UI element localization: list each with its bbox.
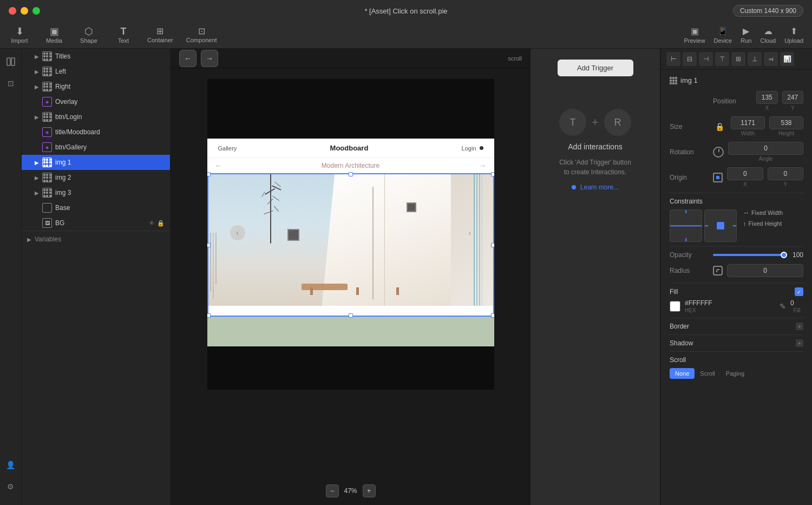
layer-base[interactable]: ▶ Base [22,200,170,215]
layer-img2[interactable]: ▶ img 2 [22,170,170,185]
zoom-out-button[interactable]: − [325,484,338,497]
maximize-button[interactable] [32,7,40,15]
run-button[interactable]: ▶ Run [741,26,751,44]
layer-titles[interactable]: ▶ Titles [22,49,170,64]
layer-bg[interactable]: ▶ 🖼 BG 👁 🔒 [22,215,170,231]
opacity-slider[interactable] [713,254,784,256]
rotation-label: Rotation [670,148,713,156]
panel-toggle-button[interactable] [3,54,18,69]
fill-opacity-value: 0 [790,299,803,307]
pos-x-input[interactable] [756,91,778,104]
container-button[interactable]: ⊞ Container [147,27,173,43]
interaction-desc: Click 'Add Trigger' button to create Int… [559,158,631,177]
fill-checkbox[interactable]: ✓ [795,287,803,296]
scroll-label: Scroll [670,356,686,364]
pos-y-input[interactable] [782,91,804,104]
expand-arrow: ▶ [35,54,42,60]
align-icon-6[interactable]: ⊥ [748,52,762,66]
minimize-button[interactable] [21,7,28,15]
layer-left[interactable]: ▶ Left [22,64,170,79]
layer-img1[interactable]: ▶ img 1 [22,155,170,170]
opacity-control: 100 [713,251,803,259]
user-button[interactable]: 👤 [3,457,18,473]
fill-row: #FFFFFF HEX ✎ 0 Fill [670,299,803,313]
canvas-viewport[interactable]: Gallery Moodboard Login ← Modern Ar [171,68,531,505]
origin-x-input[interactable] [727,167,763,180]
arrow-right[interactable]: → [479,161,486,170]
cloud-button[interactable]: ☁ Cloud [760,26,776,44]
device-label: Device [714,37,732,44]
align-icon-5[interactable]: ⊞ [731,52,745,66]
login-link[interactable]: Login [462,145,476,152]
layer-img2-name: img 2 [55,174,165,181]
component-icon: ⊡ [198,27,205,36]
component-button[interactable]: ⊡ Component [186,27,217,43]
constraint-tick-top [685,210,686,213]
cloud-label: Cloud [760,37,776,44]
shape-button[interactable]: ⬡ Shape [78,27,100,44]
layer-title-moodboard[interactable]: ▶ ◈ title/Moodboard [22,124,170,140]
layer-title-moodboard-name: title/Moodboard [55,128,165,136]
align-icon-4[interactable]: ⊤ [715,52,729,66]
size-inputs: 🔒 Width Height [713,116,803,136]
settings-button[interactable]: ⚙ [3,479,18,494]
media-button[interactable]: ▣ Media [43,27,65,44]
width-input[interactable] [731,116,765,129]
fixed-width-label: ↔ Fixed Width [743,209,783,216]
device-selector[interactable]: Custom 1440 x 900 [733,5,803,17]
close-button[interactable] [9,7,16,15]
gallery-link[interactable]: Gallery [218,145,237,152]
shadow-add-button[interactable]: + [796,339,803,347]
scroll-tab-paging[interactable]: Paging [721,368,750,379]
layer-overlay[interactable]: ▶ ◈ Overlay [22,94,170,109]
import-button[interactable]: ⬇ Import [9,27,30,44]
rotation-input[interactable] [728,142,803,155]
layer-right[interactable]: ▶ Right [22,79,170,94]
lock-icon[interactable]: 🔒 [715,122,724,131]
align-icon-1[interactable]: ⊢ [666,52,680,66]
align-icon-2[interactable]: ⊟ [683,52,697,66]
device-button[interactable]: 📱 Device [714,26,732,44]
window-controls [9,7,40,15]
align-icon-3[interactable]: ⊣ [699,52,713,66]
expand-arrow: ▶ [35,175,42,181]
height-input[interactable] [769,116,803,129]
container-label: Container [147,37,173,43]
device-badge[interactable]: Custom 1440 x 900 [733,5,803,17]
forward-button[interactable]: → [201,50,218,67]
variables-label: Variables [35,235,61,243]
component-icon: ◈ [42,127,52,137]
constraint-box-v[interactable] [704,209,737,242]
scroll-tab-scroll[interactable]: Scroll [695,368,721,379]
align-icon-7[interactable]: ⫤ [764,52,778,66]
import-label: Import [11,37,28,44]
layer-btn-gallery[interactable]: ▶ ◈ btn/Gallery [22,140,170,155]
arrow-left[interactable]: ← [215,161,222,170]
back-button[interactable]: ← [179,50,197,67]
variables-section[interactable]: ▶ Variables [22,231,170,247]
text-label: Text [118,37,129,44]
preview-button[interactable]: ▣ Preview [684,26,705,44]
component-strip-icon[interactable]: ⊡ [3,76,18,91]
radius-input[interactable] [727,264,803,277]
scroll-tab-none[interactable]: None [670,368,695,379]
frame-dark-bottom [207,346,494,390]
add-trigger-button[interactable]: Add Trigger [558,60,633,76]
divider-4 [670,318,803,318]
chevron-right-icon: ▶ [27,237,31,242]
layer-btn-login[interactable]: ▶ btn/Login [22,109,170,124]
zoom-in-button[interactable]: + [363,484,376,497]
upload-button[interactable]: ⬆ Upload [784,26,803,44]
subtitle-text: Modern Architecture [322,162,379,169]
layer-btn-gallery-name: btn/Gallery [55,143,165,151]
origin-y-input[interactable] [768,167,804,180]
image-arrow-right[interactable]: › [468,228,471,237]
text-button[interactable]: T Text [113,27,134,44]
learn-more-link[interactable]: Learn more... [580,183,619,191]
layer-img3[interactable]: ▶ img 3 [22,185,170,200]
fill-swatch[interactable] [670,301,680,312]
border-add-button[interactable]: + [796,323,803,330]
fill-edit-icon[interactable]: ✎ [780,302,786,311]
distribute-icon[interactable]: 📊 [780,52,794,66]
constraint-box-h[interactable] [670,209,702,242]
